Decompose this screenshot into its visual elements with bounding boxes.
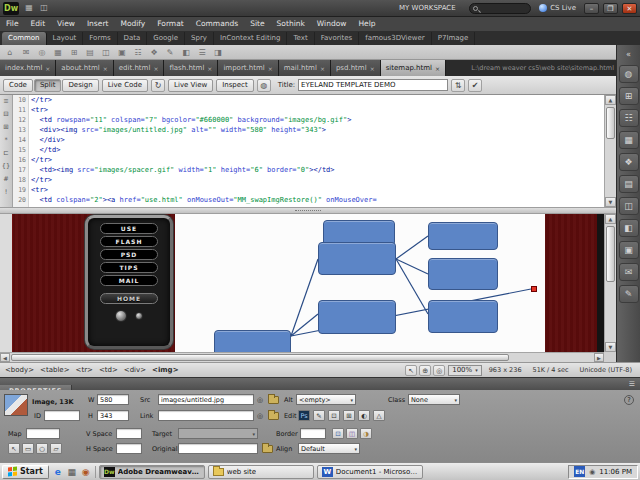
quicklaunch-desktop-icon[interactable]: ▦ xyxy=(66,466,78,478)
code-line[interactable]: </tr> xyxy=(31,175,604,185)
menu-file[interactable]: File xyxy=(0,17,25,31)
syntax-error-alerts-icon[interactable]: ! xyxy=(0,186,12,199)
close-button[interactable]: ✕ xyxy=(622,3,637,14)
nav-button-mail[interactable]: MAIL xyxy=(100,275,158,286)
insert-tab-forms[interactable]: Forms xyxy=(83,32,117,45)
sitemap-box[interactable] xyxy=(318,300,396,334)
design-hscroll-thumb[interactable] xyxy=(11,354,509,361)
code-editor[interactable]: </tr><tr> <td rowspan="11" colspan="7" b… xyxy=(29,95,604,207)
menu-help[interactable]: Help xyxy=(352,17,381,31)
browse-folder-icon[interactable] xyxy=(268,396,279,404)
code-line[interactable]: </div> xyxy=(31,135,604,145)
language-indicator[interactable]: EN xyxy=(574,466,585,477)
tag-selector-img[interactable]: <img> xyxy=(151,366,179,374)
insert-tab-favorites[interactable]: Favorites xyxy=(315,32,360,45)
snippets-panel-icon[interactable]: ✎ xyxy=(619,285,639,303)
site-navigation-graphic[interactable]: USEFLASHPSDTIPSMAIL HOME xyxy=(85,215,173,349)
nav-button-home[interactable]: HOME xyxy=(100,293,158,304)
doc-tab-mail-html[interactable]: mail.html× xyxy=(279,60,331,76)
original-field[interactable] xyxy=(178,443,258,454)
tag-selector-tr[interactable]: <tr> xyxy=(75,366,94,374)
code-line[interactable]: <div><img src="images/untitled.jpg" alt=… xyxy=(31,125,604,135)
collapse-to-icons-button[interactable]: « xyxy=(619,49,639,61)
polygon-hotspot-tool-icon[interactable]: ▱ xyxy=(50,443,62,454)
insert-tab-incontext-editing[interactable]: InContext Editing xyxy=(214,32,288,45)
scroll-up-icon[interactable]: ▲ xyxy=(605,214,616,224)
crop-tool-icon[interactable]: ⊡ xyxy=(332,428,344,439)
code-line[interactable]: <td><img src="images/spacer.gif" width="… xyxy=(31,165,604,175)
sitemap-box[interactable] xyxy=(428,258,498,290)
doc-tab-flash-html[interactable]: flash.html× xyxy=(164,60,218,76)
properties-panel-header[interactable]: PROPERTIES ☰ xyxy=(0,377,640,390)
live-code-button[interactable]: Live Code xyxy=(102,79,148,92)
pointer-hotspot-tool-icon[interactable]: ↖ xyxy=(8,443,20,454)
select-tool-icon[interactable]: ↖ xyxy=(405,365,417,376)
databases-panel-icon[interactable]: ▤ xyxy=(619,175,639,193)
contrast-icon[interactable]: ◑ xyxy=(360,428,372,439)
class-select[interactable]: None ▾ xyxy=(408,394,460,405)
menu-format[interactable]: Format xyxy=(151,17,189,31)
doc-tab-about-html[interactable]: about.html× xyxy=(56,60,113,76)
close-tab-icon[interactable]: × xyxy=(45,65,50,72)
rectangle-hotspot-tool-icon[interactable]: ▭ xyxy=(22,443,34,454)
files-panel-icon[interactable]: ▣ xyxy=(619,241,639,259)
cs-live-button[interactable]: CS Live xyxy=(535,4,580,12)
scroll-right-icon[interactable]: ▶ xyxy=(594,353,604,362)
image-icon[interactable]: ▤ xyxy=(85,46,95,59)
tag-selector-body[interactable]: <body> xyxy=(4,366,35,374)
src-field[interactable] xyxy=(158,394,254,405)
code-line[interactable]: <td rowspan="11" colspan="7" bgcolor="#6… xyxy=(31,115,604,125)
live-view-button[interactable]: Live View xyxy=(168,79,213,92)
menu-commands[interactable]: Commands xyxy=(190,17,244,31)
photoshop-edit-icon[interactable]: Ps xyxy=(298,410,310,421)
start-button[interactable]: Start xyxy=(2,465,49,479)
hand-tool-icon[interactable]: ⊕ xyxy=(419,365,431,376)
business-catalyst-panel-icon[interactable]: ❖ xyxy=(619,153,639,171)
tag-selector-table[interactable]: <table> xyxy=(39,366,70,374)
css-styles-panel-icon[interactable]: ☷ xyxy=(619,109,639,127)
ap-elements-panel-icon[interactable]: ▦ xyxy=(619,131,639,149)
selection-handle[interactable] xyxy=(531,286,537,292)
menu-window[interactable]: Window xyxy=(311,17,353,31)
line-numbers-icon[interactable]: # xyxy=(0,173,12,186)
refresh-icon[interactable]: ↻ xyxy=(151,79,165,92)
design-scrollbar-vertical[interactable]: ▲ ▼ xyxy=(604,214,616,352)
minimize-button[interactable]: – xyxy=(584,3,599,14)
point-to-file-icon[interactable]: ◎ xyxy=(257,412,263,421)
date-icon[interactable]: ☷ xyxy=(133,46,143,59)
inspect-button[interactable]: Inspect xyxy=(216,79,254,92)
scroll-left-icon[interactable]: ◀ xyxy=(0,353,10,362)
scroll-down-icon[interactable]: ▼ xyxy=(605,342,616,352)
close-tab-icon[interactable]: × xyxy=(153,65,158,72)
insert-tab-common[interactable]: Common xyxy=(2,32,47,45)
sitemap-box[interactable] xyxy=(428,222,498,250)
design-view[interactable]: USEFLASHPSDTIPSMAIL HOME xyxy=(0,214,604,352)
insert-tab-p7image[interactable]: P7Image xyxy=(432,32,476,45)
close-tab-icon[interactable]: × xyxy=(103,65,108,72)
close-tab-icon[interactable]: × xyxy=(268,65,273,72)
adobe-browserlab-panel-icon[interactable]: ◍ xyxy=(619,65,639,83)
file-management-icon[interactable]: ⇅ xyxy=(451,79,465,92)
alt-select[interactable]: <empty> ▾ xyxy=(296,394,356,405)
code-line[interactable]: <tr> xyxy=(31,185,604,195)
sites-icon[interactable]: ◫ xyxy=(38,2,50,14)
tag-selector-div[interactable]: <div> xyxy=(123,366,147,374)
browse-folder-icon[interactable] xyxy=(262,445,273,453)
scroll-up-icon[interactable]: ▲ xyxy=(605,95,616,105)
insert-tab-layout[interactable]: Layout xyxy=(47,32,84,45)
map-field[interactable] xyxy=(26,428,60,439)
doc-tab-edit-html[interactable]: edit.html× xyxy=(114,60,165,76)
nav-button-tips[interactable]: TIPS xyxy=(100,262,158,273)
design-view-button[interactable]: Design xyxy=(62,79,98,92)
multiscreen-icon[interactable]: ◍ xyxy=(257,79,271,92)
code-line[interactable]: </tr> xyxy=(31,155,604,165)
menu-insert[interactable]: Insert xyxy=(81,17,115,31)
tray-icon[interactable]: ◉ xyxy=(589,468,595,476)
optimize-icon[interactable]: ◫ xyxy=(346,428,358,439)
close-tab-icon[interactable]: × xyxy=(320,65,325,72)
tag-selector-td[interactable]: <td> xyxy=(98,366,119,374)
nav-button-flash[interactable]: FLASH xyxy=(100,236,158,247)
sitemap-box[interactable] xyxy=(318,242,396,275)
head-icon[interactable]: ◧ xyxy=(181,46,191,59)
insert-panel-icon[interactable]: ⊞ xyxy=(619,87,639,105)
